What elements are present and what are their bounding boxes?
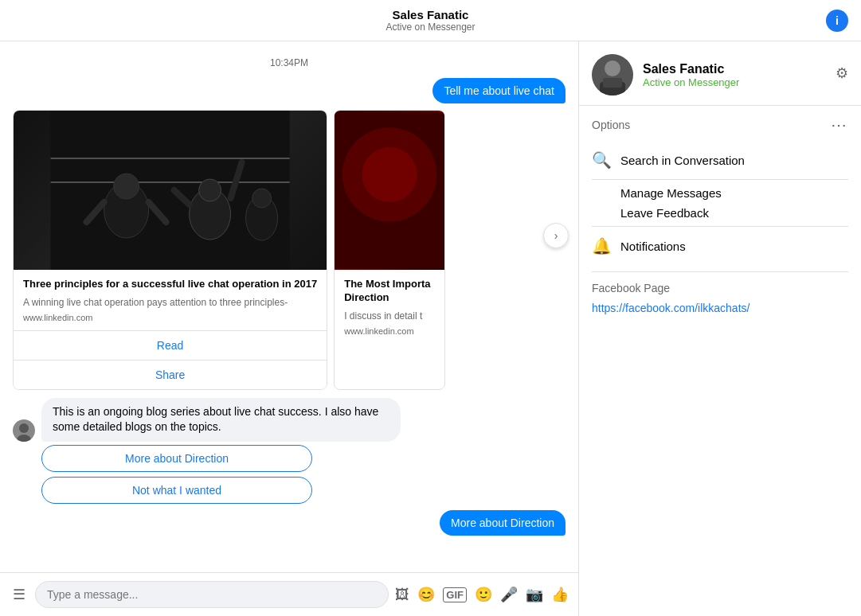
quick-reply-direction[interactable]: More about Direction [41, 445, 312, 472]
menu-icon[interactable]: ☰ [10, 583, 29, 606]
card-1-desc: A winning live chat operation pays atten… [23, 296, 317, 310]
chat-messages: 10:34PM Tell me about live chat [0, 41, 578, 572]
svg-point-4 [114, 173, 139, 199]
manage-messages-option[interactable]: Manage Messages [592, 183, 848, 203]
leave-feedback-option[interactable]: Leave Feedback [592, 203, 848, 223]
audio-icon[interactable]: 🎤 [500, 586, 518, 603]
card-2-desc: I discuss in detail t [344, 310, 435, 323]
carousel-container: Three principles for a successful live c… [13, 110, 566, 390]
header: Sales Fanatic Active on Messenger i [0, 0, 861, 41]
header-page-name: Sales Fanatic [385, 8, 475, 21]
svg-rect-0 [51, 111, 290, 270]
header-title: Sales Fanatic Active on Messenger [385, 8, 475, 33]
sidebar-profile: Sales Fanatic Active on Messenger ⚙ [579, 41, 861, 106]
gif-icon[interactable]: GIF [443, 587, 467, 602]
svg-point-12 [252, 189, 272, 208]
sticker-icon[interactable]: 😊 [417, 586, 435, 603]
profile-avatar [592, 54, 633, 96]
card-1-domain: www.linkedin.com [23, 313, 317, 322]
bot-avatar [13, 419, 35, 442]
card-2-body: The Most Importa Direction I discuss in … [335, 270, 444, 344]
card-2-image [335, 111, 444, 270]
fb-page-section: Facebook Page https://facebook.com/ilkka… [579, 272, 861, 325]
card-1-read-btn[interactable]: Read [14, 331, 327, 361]
carousel-next-btn[interactable]: › [543, 223, 569, 248]
input-icons: 🖼 😊 GIF 🙂 🎤 📷 👍 [395, 586, 569, 603]
svg-rect-22 [603, 78, 622, 88]
profile-info: Sales Fanatic Active on Messenger [643, 62, 739, 88]
svg-point-20 [605, 60, 620, 76]
sent-message: Tell me about live chat [13, 78, 566, 103]
notifications-option[interactable]: 🔔 Notifications [592, 230, 848, 262]
options-section: Options ⋯ 🔍 Search in Conversation Manag… [579, 106, 861, 271]
sent-bubble-text: Tell me about live chat [432, 78, 566, 103]
timestamp: 10:34PM [13, 57, 566, 68]
svg-point-8 [199, 179, 221, 201]
search-option[interactable]: 🔍 Search in Conversation [592, 144, 848, 176]
card-1-image [14, 111, 327, 270]
card-2-domain: www.linkedin.com [344, 326, 435, 336]
fb-page-link[interactable]: https://facebook.com/ilkkachats/ [592, 302, 749, 314]
bot-message-row: This is an ongoing blog series about liv… [13, 398, 566, 442]
card-1-body: Three principles for a successful live c… [14, 270, 327, 330]
search-icon: 🔍 [592, 150, 611, 170]
gear-icon[interactable]: ⚙ [836, 64, 848, 82]
options-header: Options ⋯ [592, 115, 848, 135]
search-label: Search in Conversation [620, 154, 745, 167]
like-icon[interactable]: 👍 [551, 586, 569, 603]
card-1: Three principles for a successful live c… [13, 110, 327, 390]
sent-action-bubble: More about Direction [440, 510, 566, 536]
options-more-btn[interactable]: ⋯ [831, 115, 848, 135]
sidebar-profile-status: Active on Messenger [643, 76, 739, 88]
sidebar-profile-name: Sales Fanatic [643, 62, 739, 76]
emoji-icon[interactable]: 🙂 [475, 586, 492, 603]
chat-input-area: ☰ 🖼 😊 GIF 🙂 🎤 📷 👍 [0, 572, 578, 616]
card-1-actions: Read Share [14, 330, 327, 389]
sent-action-message: More about Direction [13, 510, 566, 536]
main-layout: 10:34PM Tell me about live chat [0, 41, 861, 616]
card-1-title: Three principles for a successful live c… [23, 278, 317, 291]
chat-area: 10:34PM Tell me about live chat [0, 41, 579, 616]
quick-replies: More about Direction Not what I wanted [41, 445, 566, 504]
bot-bubble-text: This is an ongoing blog series about liv… [41, 398, 401, 442]
sidebar: Sales Fanatic Active on Messenger ⚙ Opti… [579, 41, 861, 616]
svg-point-15 [362, 147, 417, 202]
info-icon[interactable]: i [826, 10, 848, 32]
divider-2 [592, 226, 848, 227]
quick-reply-not-wanted[interactable]: Not what I wanted [41, 477, 312, 504]
divider-1 [592, 179, 848, 180]
header-status: Active on Messenger [385, 21, 475, 33]
notifications-label: Notifications [620, 240, 686, 253]
card-2-title: The Most Importa Direction [344, 278, 435, 305]
camera-icon[interactable]: 📷 [526, 586, 543, 603]
message-input[interactable] [35, 581, 389, 608]
options-title: Options [592, 119, 630, 131]
fb-page-title: Facebook Page [592, 282, 848, 294]
carousel-cards: Three principles for a successful live c… [13, 110, 566, 390]
bell-icon: 🔔 [592, 236, 611, 255]
image-icon[interactable]: 🖼 [395, 587, 409, 603]
card-1-share-btn[interactable]: Share [14, 361, 327, 389]
svg-point-17 [19, 423, 29, 433]
card-2: The Most Importa Direction I discuss in … [334, 110, 445, 390]
